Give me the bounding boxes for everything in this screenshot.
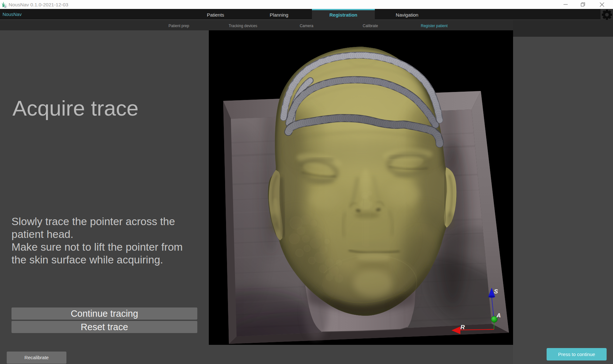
svg-text:S: S xyxy=(494,288,498,295)
svg-text:A: A xyxy=(496,312,501,319)
svg-text:R: R xyxy=(460,324,465,330)
